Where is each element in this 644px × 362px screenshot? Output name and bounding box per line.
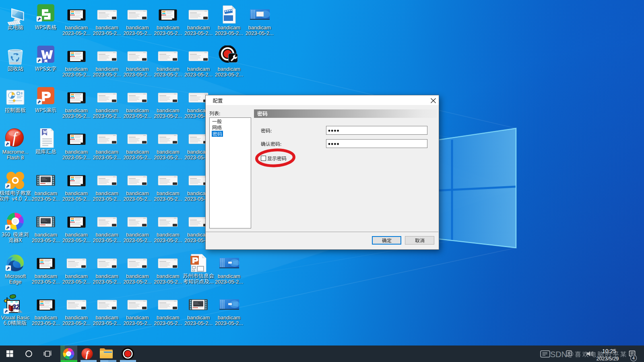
svg-text:32: 32 — [12, 304, 20, 311]
